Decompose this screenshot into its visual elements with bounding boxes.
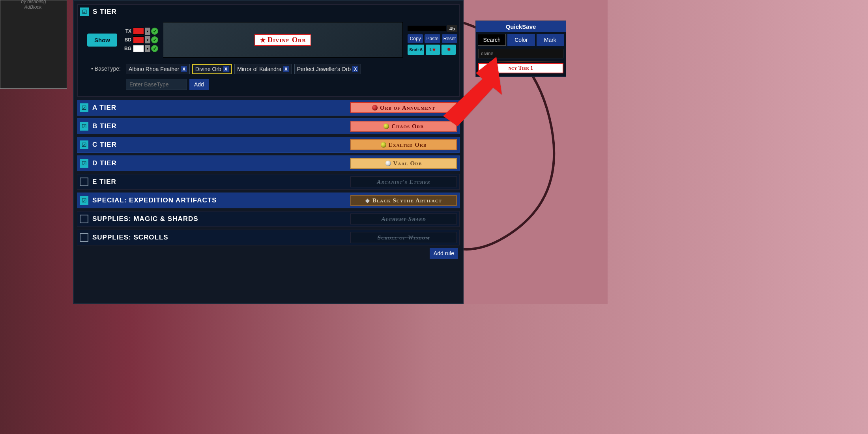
basetype-tag[interactable]: Perfect Jeweller's OrbX [294,64,361,74]
tier-title: E TIER [92,178,116,186]
font-size-slider[interactable] [408,26,446,31]
tier-preview-chip: Scroll of Wisdom [350,232,457,243]
minimap-icon-button[interactable]: ✹ [441,45,456,55]
tier-title: A TIER [92,104,116,112]
quicksave-title: QuickSave [476,21,566,32]
border-color-dropdown[interactable]: ▾ [145,36,150,43]
tier-preview-chip: Exalted Orb [350,139,457,150]
adblock-text-1: by disabling [6,0,61,4]
sound-button[interactable]: Snd: 6 [408,45,424,55]
dot-icon [381,142,386,148]
adblock-notice: by disabling AdBlock. [0,0,67,89]
tier-title: SPECIAL: EXPEDITION ARTIFACTS [92,196,217,204]
tier-row[interactable]: ▢ SUPPLIES: MAGIC & SHARDS Alchemy Shard [77,211,460,227]
basetype-tag[interactable]: Mirror of KalandraX [234,64,292,74]
dot-icon [372,105,378,110]
bg-color-swatch[interactable] [133,45,144,52]
basetype-row: • BaseType: Albino Rhoa FeatherXDivine O… [78,61,459,96]
tier-title: SUPPLIES: MAGIC & SHARDS [92,215,198,223]
tab-mark[interactable]: Mark [537,34,564,46]
show-button[interactable]: Show [87,34,117,47]
bg-color-apply-icon[interactable]: ✔ [151,45,158,52]
tier-rows-container: ☑ A TIER Orb of Annulment ☑ B TIER Chaos… [77,100,460,245]
tier-row[interactable]: ☑ D TIER Vaal Orb [77,155,460,171]
beam-star-button[interactable]: L ★ [426,45,440,55]
adblock-text-2: AdBlock. [6,4,61,10]
tier-title: B TIER [92,122,117,130]
item-preview: ★ Divine Orb [163,22,403,58]
tier-title: C TIER [92,141,117,149]
basetype-input[interactable] [126,79,187,90]
bg-color-dropdown[interactable]: ▾ [145,45,150,52]
preview-side-controls: 45 Copy Paste Reset Snd: 6 L ★ ✹ [408,25,459,55]
tier-checkbox[interactable]: ☑ [80,159,88,168]
tier-title: D TIER [92,159,117,167]
tier-checkbox[interactable]: ☑ [80,122,88,131]
quicksave-panel: QuickSave Search Color Mark ncy Tier 1 [475,21,566,77]
remove-tag-icon[interactable]: X [283,66,289,72]
tier-preview-chip: Arcanist's Etcher [350,176,457,187]
tier-row[interactable]: ☑ SPECIAL: EXPEDITION ARTIFACTS ◆Black S… [77,193,460,208]
star-icon: ★ [260,36,266,44]
tier-row[interactable]: ▢ E TIER Arcanist's Etcher [77,174,460,190]
dot-icon [383,123,389,129]
tier-preview-chip: Vaal Orb [350,158,457,169]
basetype-label: • BaseType: [91,65,123,72]
reset-button[interactable]: Reset [442,34,457,43]
s-tier-title: S TIER [93,8,117,16]
add-basetype-button[interactable]: Add [189,79,209,90]
tier-checkbox[interactable]: ☑ [80,140,88,149]
color-config: TX ▾ ✔ BD ▾ ✔ BG ▾ ✔ [122,28,158,52]
preview-item-label: ★ Divine Orb [254,34,311,46]
s-tier-header[interactable]: ☑ S TIER [78,5,459,19]
s-tier-section: ☑ S TIER Show TX ▾ ✔ BD ▾ ✔ BG [77,4,460,97]
tier-row[interactable]: ☑ C TIER Exalted Orb [77,137,460,153]
basetype-tag[interactable]: Albino Rhoa FeatherX [126,64,190,74]
preview-item-text: Divine Orb [268,36,306,44]
diamond-icon: ◆ [365,197,370,204]
tier-checkbox[interactable]: ☑ [80,103,88,112]
text-color-dropdown[interactable]: ▾ [145,28,150,35]
remove-tag-icon[interactable]: X [223,66,229,72]
basetype-tags: Albino Rhoa FeatherXDivine OrbXMirror of… [126,64,454,90]
tier-row[interactable]: ☑ B TIER Chaos Orb [77,118,460,134]
tier-checkbox[interactable]: ▢ [80,215,88,223]
dot-icon [385,161,391,166]
tier-checkbox[interactable]: ▢ [80,178,88,186]
tab-search[interactable]: Search [478,34,506,46]
s-tier-checkbox[interactable]: ☑ [80,7,89,16]
border-color-apply-icon[interactable]: ✔ [151,36,158,43]
remove-tag-icon[interactable]: X [352,66,358,72]
tier-preview-chip: Chaos Orb [350,121,457,132]
basetype-tag[interactable]: Divine OrbX [192,64,232,74]
tier-checkbox[interactable]: ▢ [80,233,88,242]
tier-row[interactable]: ▢ SUPPLIES: SCROLLS Scroll of Wisdom [77,230,460,245]
tier-preview-chip: Orb of Annulment [350,102,457,113]
quicksave-divider [476,61,566,62]
tab-color[interactable]: Color [507,34,535,46]
bg-color-label: BG [122,46,131,51]
text-color-apply-icon[interactable]: ✔ [151,28,158,35]
border-color-label: BD [122,37,131,43]
tier-checkbox[interactable]: ☑ [80,196,88,205]
tier-preview-chip: ◆Black Scythe Artifact [350,195,457,206]
text-color-swatch[interactable] [133,28,144,35]
tier-preview-chip: Alchemy Shard [350,213,457,224]
search-input[interactable] [478,49,563,58]
paste-button[interactable]: Paste [425,34,440,43]
search-result[interactable]: ncy Tier 1 [478,63,563,73]
text-color-label: TX [122,28,131,34]
font-size-value[interactable]: 45 [447,25,457,32]
main-panel: ☑ S TIER Show TX ▾ ✔ BD ▾ ✔ BG [73,0,464,304]
copy-button[interactable]: Copy [408,34,423,43]
tier-title: SUPPLIES: SCROLLS [92,234,168,241]
remove-tag-icon[interactable]: X [181,66,187,72]
border-color-swatch[interactable] [133,36,144,43]
add-rule-button[interactable]: Add rule [430,248,458,259]
tier-row[interactable]: ☑ A TIER Orb of Annulment [77,100,460,116]
